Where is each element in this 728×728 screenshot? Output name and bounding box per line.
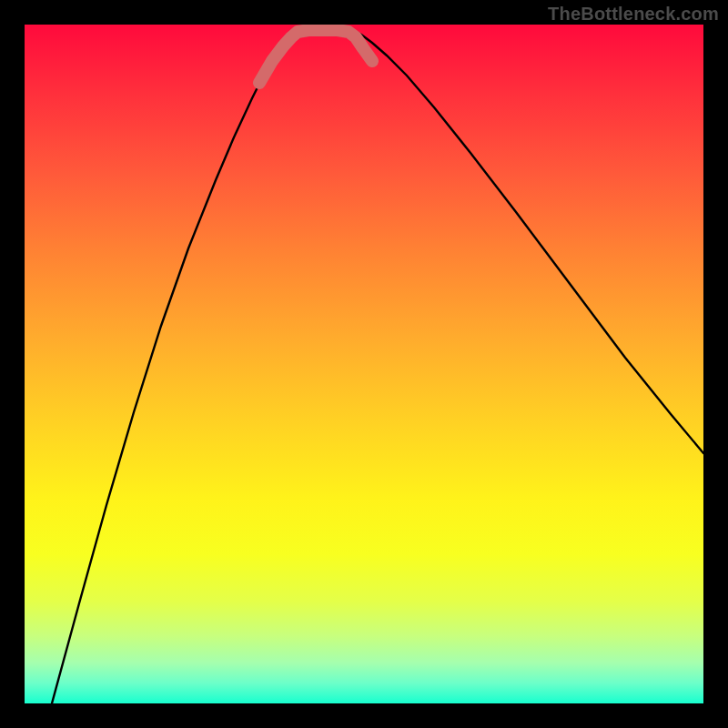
left-curve bbox=[52, 30, 299, 703]
chart-frame: TheBottleneck.com bbox=[0, 0, 728, 728]
right-curve bbox=[352, 30, 703, 453]
plot-area bbox=[25, 25, 703, 703]
pink-overlay bbox=[259, 30, 372, 83]
watermark-text: TheBottleneck.com bbox=[548, 4, 719, 25]
curve-layer bbox=[25, 25, 703, 703]
